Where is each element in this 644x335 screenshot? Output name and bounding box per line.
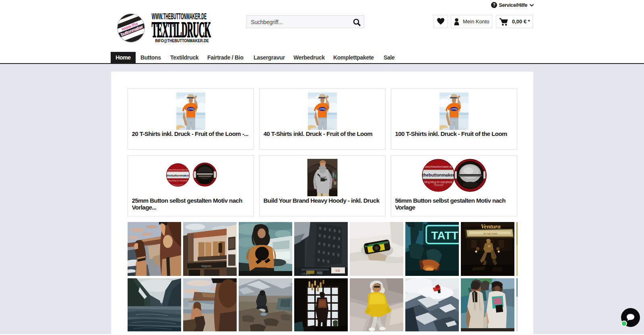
svg-text:ON THE TOWN: ON THE TOWN [483, 232, 497, 235]
svg-text:www.thebuttonmaker.de: www.thebuttonmaker.de [424, 165, 452, 168]
svg-text:thebuttonmaker: thebuttonmaker [422, 173, 454, 177]
svg-text:?: ? [493, 3, 495, 7]
svg-text:bling bling for everybody: bling bling for everybody [424, 181, 452, 184]
svg-text:bling bling for everybody: bling bling for everybody [168, 180, 188, 182]
svg-text:Majestic: Majestic [201, 265, 212, 268]
svg-text:TATT: TATT [431, 229, 458, 242]
svg-text:Ventura: Ventura [481, 223, 501, 230]
svg-text:thebuttonmaker: thebuttonmaker [166, 174, 189, 177]
svg-text:www.thebuttonmaker.de: www.thebuttonmaker.de [168, 169, 188, 171]
svg-text:二手書店: 二手書店 [301, 272, 310, 275]
svg-text:百貨: 百貨 [335, 269, 340, 272]
